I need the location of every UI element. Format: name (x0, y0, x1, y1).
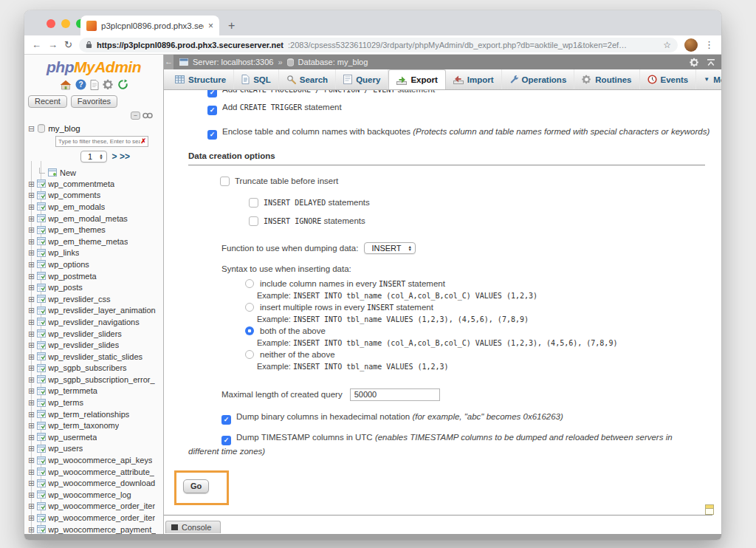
sidebar-table-row[interactable]: ⊞ wp_woocommerce_log (24, 489, 163, 501)
tab-operations[interactable]: Operations (502, 69, 575, 89)
expand-plus-icon[interactable]: ⊞ (28, 491, 35, 499)
forward-icon[interactable]: → (48, 39, 58, 50)
filter-clear-icon[interactable]: ✗ (140, 137, 146, 145)
recent-button[interactable]: Recent (28, 95, 67, 108)
expand-plus-icon[interactable]: ⊞ (28, 306, 35, 314)
sidebar-table-row[interactable]: ⊞ wp_sgpb_subscribers (24, 363, 163, 374)
sidebar-table-row[interactable]: ⊞ wp_terms (24, 397, 163, 408)
bookmark-star-icon[interactable]: ☆ (663, 40, 671, 50)
radio-unselected[interactable] (245, 303, 254, 312)
sidebar-table-row[interactable]: ⊞ wp_revslider_static_slides (24, 351, 163, 363)
tab-close-icon[interactable]: × (208, 21, 213, 31)
tab-search[interactable]: Search (279, 69, 336, 89)
go-button[interactable]: Go (183, 479, 209, 493)
sidebar-table-row[interactable]: ⊞ wp_em_themes (24, 224, 163, 236)
expand-plus-icon[interactable]: ⊞ (28, 434, 35, 441)
expand-plus-icon[interactable]: ⊞ (28, 238, 35, 245)
sidebar-table-row[interactable]: ⊞ wp_revslider_sliders (24, 328, 163, 340)
expand-plus-icon[interactable]: ⊞ (28, 341, 35, 349)
sidebar-table-row[interactable]: ⊞ wp_woocommerce_order_iter (24, 512, 163, 524)
checkbox-checked[interactable]: ✓ (207, 106, 217, 115)
sidebar-table-row[interactable]: ⊞ wp_comments (24, 190, 163, 202)
expand-plus-icon[interactable]: ⊞ (28, 422, 35, 429)
checkbox-unchecked[interactable] (249, 198, 258, 208)
collapse-top-icon[interactable] (707, 58, 715, 66)
sidebar-table-row[interactable]: ⊞ wp_users (24, 443, 163, 455)
breadcrumb-database[interactable]: Database: my_blog (298, 58, 368, 66)
tab-more[interactable]: ▼More (696, 69, 721, 89)
sidebar-table-row[interactable]: ⊞ wp_em_modals (24, 201, 163, 213)
console-tab[interactable]: Console (165, 521, 221, 533)
sidebar-table-row[interactable]: ⊞ wp_woocommerce_download (24, 477, 163, 489)
tab-sql[interactable]: SQL (234, 69, 279, 89)
address-bar[interactable]: https://p3plcpnl0896.prod.phx3.secureser… (79, 38, 678, 52)
tab-query[interactable]: Query (336, 69, 388, 89)
sidebar-database-my-blog[interactable]: ⊟ my_blog (24, 124, 163, 133)
sidebar-table-row[interactable]: ⊞ wp_woocommerce_order_iter (24, 501, 163, 513)
link-with-main-icon[interactable] (142, 112, 153, 119)
expand-plus-icon[interactable]: ⊞ (28, 261, 35, 268)
radio-unselected[interactable] (245, 350, 254, 359)
radio-selected[interactable] (245, 326, 254, 335)
scroll-top-icon[interactable] (705, 504, 714, 515)
sidebar-table-row[interactable]: ⊞ wp_term_relationships (24, 408, 163, 420)
sidebar-table-row[interactable]: ⊞ wp_options (24, 258, 163, 270)
sidebar-table-row[interactable]: ⊞ wp_em_theme_metas (24, 236, 163, 247)
radio-unselected[interactable] (245, 279, 254, 288)
expand-plus-icon[interactable]: ⊞ (28, 330, 35, 338)
expand-plus-icon[interactable]: ⊞ (28, 411, 35, 418)
back-icon[interactable]: ← (32, 39, 41, 50)
home-icon[interactable] (60, 80, 72, 90)
expand-plus-icon[interactable]: ⊞ (28, 445, 35, 452)
checkbox-checked[interactable]: ✓ (207, 90, 217, 97)
sidebar-item-new[interactable]: New (24, 167, 163, 178)
sidebar-table-row[interactable]: ⊞ wp_sgpb_subscription_error_ (24, 374, 163, 386)
tab-structure[interactable]: Structure (168, 69, 234, 89)
sidebar-table-row[interactable]: ⊞ wp_woocommerce_attribute_ (24, 466, 163, 478)
checkbox-checked[interactable]: ✓ (221, 436, 231, 445)
expand-plus-icon[interactable]: ⊞ (28, 514, 35, 521)
sidebar-filter-input[interactable] (55, 136, 148, 147)
tab-events[interactable]: Events (640, 69, 697, 89)
expand-plus-icon[interactable]: ⊞ (28, 249, 35, 256)
checkbox-checked[interactable]: ✓ (207, 130, 217, 140)
expand-plus-icon[interactable]: ⊞ (28, 526, 35, 533)
collapse-all-icon[interactable]: – (131, 112, 140, 120)
expand-plus-icon[interactable]: ⊞ (28, 203, 35, 210)
browser-tab[interactable]: p3plcpnl0896.prod.phx3.secu × (80, 16, 219, 35)
documentation-icon[interactable] (90, 80, 99, 90)
tab-export[interactable]: Export (388, 69, 445, 89)
tab-import[interactable]: Import (446, 69, 502, 89)
expand-plus-icon[interactable]: ⊞ (28, 353, 35, 360)
expand-plus-icon[interactable]: ⊞ (28, 364, 35, 371)
refresh-icon[interactable] (117, 79, 128, 90)
sidebar-table-row[interactable]: ⊞ wp_em_modal_metas (24, 213, 163, 225)
sidebar-table-row[interactable]: ⊞ wp_revslider_navigations (24, 316, 163, 328)
tab-routines[interactable]: Routines (574, 69, 639, 89)
expand-plus-icon[interactable]: ⊞ (28, 399, 35, 406)
sidebar-table-row[interactable]: ⊞ wp_woocommerce_api_keys (24, 454, 163, 466)
expand-plus-icon[interactable]: ⊞ (28, 191, 35, 199)
expand-plus-icon[interactable]: ⊞ (28, 273, 35, 280)
profile-avatar[interactable] (684, 38, 698, 52)
browser-menu-icon[interactable]: ⋮ (704, 39, 714, 50)
sidebar-table-row[interactable]: ⊞ wp_termmeta (24, 386, 163, 397)
function-select[interactable]: INSERT▲▼ (364, 242, 416, 254)
expand-plus-icon[interactable]: ⊞ (28, 479, 35, 487)
db-name[interactable]: my_blog (48, 124, 80, 133)
checkbox-unchecked[interactable] (249, 216, 258, 226)
page-settings-gear-icon[interactable] (690, 58, 699, 67)
page-select[interactable]: 1▲▼ (80, 151, 107, 162)
minimize-window-button[interactable] (61, 19, 70, 28)
reload-icon[interactable]: ↻ (64, 39, 72, 50)
hide-panel-button[interactable]: ← (164, 55, 173, 69)
maxlength-input[interactable] (350, 388, 440, 401)
breadcrumb-server[interactable]: Server: localhost:3306 (193, 58, 273, 66)
checkbox-checked[interactable]: ✓ (221, 415, 231, 425)
page-next-links[interactable]: > >> (112, 151, 130, 162)
expand-plus-icon[interactable]: ⊞ (28, 215, 35, 222)
checkbox-unchecked[interactable] (220, 177, 230, 186)
expand-plus-icon[interactable]: ⊞ (28, 376, 35, 383)
sidebar-table-row[interactable]: ⊞ wp_postmeta (24, 270, 163, 282)
expand-plus-icon[interactable]: ⊞ (28, 180, 35, 188)
